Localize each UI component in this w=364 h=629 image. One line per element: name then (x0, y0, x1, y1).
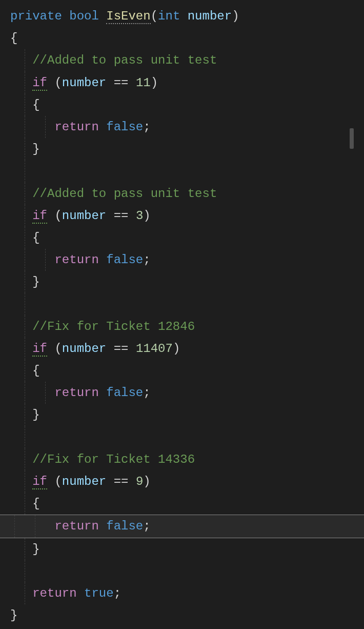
keyword-if: if (32, 342, 47, 357)
code-line: return false; (10, 116, 354, 138)
open-brace: { (32, 231, 39, 245)
bool-literal: true (84, 586, 114, 600)
open-paren: ( (151, 9, 158, 23)
keyword-return: return (54, 519, 98, 533)
code-line-active: return false; (0, 515, 364, 538)
operator-equals: == (106, 475, 136, 488)
keyword-return: return (32, 586, 76, 600)
close-brace: } (32, 142, 39, 156)
code-line: } (10, 404, 354, 426)
code-line: //Added to pass unit test (10, 183, 354, 205)
bool-literal: false (106, 519, 143, 533)
code-line: { (10, 493, 354, 515)
variable: number (62, 342, 106, 356)
keyword-if: if (32, 209, 47, 224)
code-line: return false; (10, 249, 354, 271)
keyword-int: int (158, 9, 180, 23)
number-literal: 3 (136, 209, 143, 223)
code-line: if (number == 11) (10, 72, 354, 94)
keyword-return: return (54, 386, 98, 400)
keyword-return: return (54, 253, 98, 267)
open-paren: ( (47, 76, 62, 90)
keyword-return: return (54, 120, 98, 134)
keyword-if: if (32, 76, 47, 91)
open-brace: { (10, 31, 17, 45)
code-line: return false; (10, 382, 354, 404)
operator-equals: == (106, 209, 136, 223)
operator-equals: == (106, 76, 136, 90)
variable: number (62, 475, 106, 488)
close-brace: } (32, 275, 39, 289)
operator-equals: == (106, 342, 136, 356)
code-line (10, 560, 354, 582)
method-name: IsEven (106, 9, 150, 24)
code-line: } (10, 271, 354, 293)
open-brace: { (32, 98, 39, 112)
code-line: } (10, 604, 354, 626)
comment: //Fix for Ticket 14336 (32, 453, 195, 466)
close-paren: ) (151, 76, 158, 90)
semicolon: ; (114, 586, 121, 600)
code-line: //Fix for Ticket 14336 (10, 448, 354, 470)
keyword-bool: bool (69, 9, 99, 23)
comment: //Fix for Ticket 12846 (32, 320, 195, 333)
code-line: //Added to pass unit test (10, 49, 354, 71)
semicolon: ; (143, 253, 150, 267)
code-line: return true; (10, 582, 354, 604)
close-paren: ) (143, 475, 150, 488)
code-line (10, 426, 354, 448)
semicolon: ; (143, 386, 150, 400)
number-literal: 11 (136, 76, 151, 90)
code-line: private bool IsEven(int number) (10, 5, 354, 27)
comment: //Added to pass unit test (32, 53, 217, 67)
close-brace: } (32, 542, 39, 556)
open-brace: { (32, 364, 39, 378)
semicolon: ; (143, 519, 150, 533)
comment: //Added to pass unit test (32, 187, 217, 201)
code-line (10, 293, 354, 315)
open-brace: { (32, 497, 39, 510)
code-line: if (number == 3) (10, 205, 354, 227)
code-line: { (10, 27, 354, 49)
bool-literal: false (106, 253, 143, 267)
close-brace: } (10, 608, 17, 622)
open-paren: ( (47, 475, 62, 488)
code-editor[interactable]: private bool IsEven(int number) { //Adde… (10, 5, 354, 626)
code-line: { (10, 94, 354, 116)
number-literal: 11407 (136, 342, 173, 356)
code-line: if (number == 9) (10, 470, 354, 493)
open-paren: ( (47, 342, 62, 356)
semicolon: ; (143, 120, 150, 134)
parameter: number (188, 9, 232, 23)
bool-literal: false (106, 386, 143, 400)
close-paren: ) (143, 209, 150, 223)
number-literal: 9 (136, 475, 143, 488)
code-line: if (number == 11407) (10, 338, 354, 360)
code-line: } (10, 538, 354, 560)
close-brace: } (32, 408, 39, 422)
code-line: { (10, 227, 354, 249)
code-line (10, 160, 354, 182)
variable: number (62, 76, 106, 90)
keyword-private: private (10, 9, 62, 23)
close-paren: ) (173, 342, 180, 356)
variable: number (62, 209, 106, 223)
bool-literal: false (106, 120, 143, 134)
code-line: } (10, 138, 354, 160)
code-line: //Fix for Ticket 12846 (10, 316, 354, 338)
open-paren: ( (47, 209, 62, 223)
code-line: { (10, 360, 354, 382)
keyword-if: if (32, 475, 47, 489)
close-paren: ) (232, 9, 239, 23)
